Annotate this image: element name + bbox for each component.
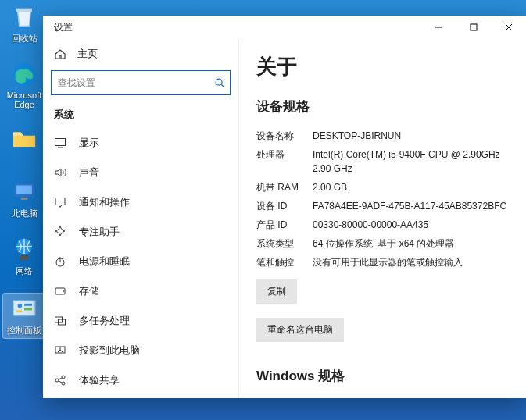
minimize-button[interactable] bbox=[420, 16, 456, 39]
desktop-icon-recycle-bin[interactable]: 回收站 bbox=[3, 3, 45, 44]
sidebar-section-header: 系统 bbox=[43, 103, 238, 128]
sidebar-item-share[interactable]: 体验共享 bbox=[43, 365, 238, 395]
search-box[interactable] bbox=[51, 70, 231, 95]
sidebar-home-label: 主页 bbox=[77, 47, 98, 61]
sidebar-home[interactable]: 主页 bbox=[43, 39, 238, 70]
sidebar-item-label: 电源和睡眠 bbox=[79, 254, 130, 269]
rename-pc-button[interactable]: 重命名这台电脑 bbox=[256, 318, 344, 342]
desktop-icon-control-panel[interactable]: 控制面板 bbox=[3, 294, 45, 338]
svg-rect-0 bbox=[16, 9, 32, 12]
sidebar-item-focus[interactable]: 专注助手 bbox=[43, 217, 238, 247]
sidebar: 主页 系统 显示 声音 通知和操作 bbox=[43, 39, 239, 398]
window-title: 设置 bbox=[43, 21, 73, 34]
sidebar-item-notifications[interactable]: 通知和操作 bbox=[43, 187, 238, 217]
svg-rect-3 bbox=[16, 186, 32, 194]
sidebar-item-project[interactable]: 投影到此电脑 bbox=[43, 336, 238, 365]
sidebar-item-label: 体验共享 bbox=[79, 373, 120, 387]
folder-icon bbox=[10, 125, 38, 153]
sidebar-item-multitask[interactable]: 多任务处理 bbox=[43, 306, 238, 336]
titlebar[interactable]: 设置 bbox=[43, 16, 526, 39]
sidebar-item-label: 投影到此电脑 bbox=[79, 343, 140, 358]
device-spec-header: 设备规格 bbox=[256, 98, 509, 116]
page-title: 关于 bbox=[256, 53, 509, 80]
notify-icon bbox=[54, 196, 66, 208]
sidebar-item-label: 显示 bbox=[79, 136, 99, 150]
spec-row-system-type: 系统类型64 位操作系统, 基于 x64 的处理器 bbox=[256, 234, 509, 253]
power-icon bbox=[54, 255, 66, 268]
control-panel-icon bbox=[10, 295, 38, 323]
svg-point-8 bbox=[18, 304, 23, 308]
sidebar-item-label: 声音 bbox=[79, 166, 99, 180]
desktop-icon-label: 网络 bbox=[3, 265, 45, 277]
home-icon bbox=[54, 48, 66, 60]
desktop-icon-label: 回收站 bbox=[3, 33, 45, 44]
search-input[interactable] bbox=[52, 77, 209, 88]
svg-rect-7 bbox=[13, 301, 35, 316]
sidebar-item-label: 专注助手 bbox=[79, 225, 120, 239]
spec-row-edition: 版本Windows 11 专业版 bbox=[256, 396, 509, 398]
svg-rect-18 bbox=[55, 139, 66, 146]
sidebar-item-label: 通知和操作 bbox=[79, 195, 130, 209]
maximize-button[interactable] bbox=[456, 16, 491, 39]
settings-window: 设置 主页 系统 显示 bbox=[43, 16, 526, 398]
desktop-icon-label: 此电脑 bbox=[3, 208, 45, 219]
main-content[interactable]: 关于 设备规格 设备名称DESKTOP-JBIRNUN 处理器Intel(R) … bbox=[239, 39, 526, 398]
close-button[interactable] bbox=[491, 16, 526, 39]
desktop-icon-edge[interactable]: Microsoft Edge bbox=[3, 61, 45, 109]
svg-line-17 bbox=[221, 84, 224, 87]
svg-rect-10 bbox=[24, 308, 32, 311]
copy-button[interactable]: 复制 bbox=[256, 279, 297, 304]
desktop-icon-label: 控制面板 bbox=[3, 325, 45, 336]
search-icon bbox=[209, 77, 230, 88]
windows-spec-header: Windows 规格 bbox=[256, 367, 509, 385]
sidebar-item-label: 多任务处理 bbox=[79, 314, 130, 328]
multitask-icon bbox=[54, 315, 66, 327]
spec-row-device-id: 设备 IDFA78A4EE-9ADF-475B-A117-45AB85372BF… bbox=[256, 197, 509, 215]
spec-row-product-id: 产品 ID00330-80000-00000-AA435 bbox=[256, 215, 509, 234]
sound-icon bbox=[54, 166, 66, 179]
svg-point-16 bbox=[216, 79, 222, 85]
svg-rect-9 bbox=[24, 304, 32, 306]
spec-row-cpu: 处理器Intel(R) Core(TM) i5-9400F CPU @ 2.90… bbox=[256, 145, 509, 178]
svg-point-24 bbox=[63, 290, 64, 292]
desktop-icon-label: Microsoft Edge bbox=[3, 91, 45, 109]
share-icon bbox=[54, 374, 66, 386]
svg-point-29 bbox=[62, 376, 65, 379]
spec-row-pen-touch: 笔和触控没有可用于此显示器的笔或触控输入 bbox=[256, 253, 509, 272]
recycle-bin-icon bbox=[10, 3, 38, 31]
display-icon bbox=[54, 137, 66, 149]
sidebar-item-sound[interactable]: 声音 bbox=[43, 158, 238, 187]
svg-rect-20 bbox=[55, 198, 65, 205]
svg-rect-11 bbox=[16, 310, 22, 312]
spec-row-ram: 机带 RAM2.00 GB bbox=[256, 178, 509, 197]
svg-point-28 bbox=[55, 379, 59, 382]
desktop-icon-this-pc[interactable]: 此电脑 bbox=[3, 178, 45, 219]
storage-icon bbox=[54, 285, 66, 297]
svg-rect-6 bbox=[20, 255, 28, 260]
sidebar-item-label: 存储 bbox=[79, 284, 99, 298]
svg-rect-13 bbox=[471, 24, 477, 30]
edge-icon bbox=[10, 61, 38, 89]
sidebar-item-display[interactable]: 显示 bbox=[43, 128, 238, 158]
sidebar-item-power[interactable]: 电源和睡眠 bbox=[43, 247, 238, 276]
desktop-icon-folder[interactable] bbox=[3, 125, 45, 155]
svg-point-30 bbox=[62, 382, 65, 385]
sidebar-item-storage[interactable]: 存储 bbox=[43, 276, 238, 306]
window-buttons bbox=[420, 16, 526, 39]
spec-row-device-name: 设备名称DESKTOP-JBIRNUN bbox=[256, 126, 509, 145]
focus-icon bbox=[54, 226, 66, 238]
sidebar-list: 显示 声音 通知和操作 专注助手 电源和睡眠 bbox=[43, 128, 238, 398]
monitor-icon bbox=[10, 178, 38, 206]
project-icon bbox=[54, 344, 66, 357]
desktop-icon-network[interactable]: 网络 bbox=[3, 236, 45, 277]
svg-rect-4 bbox=[21, 198, 28, 200]
globe-icon bbox=[10, 236, 38, 264]
